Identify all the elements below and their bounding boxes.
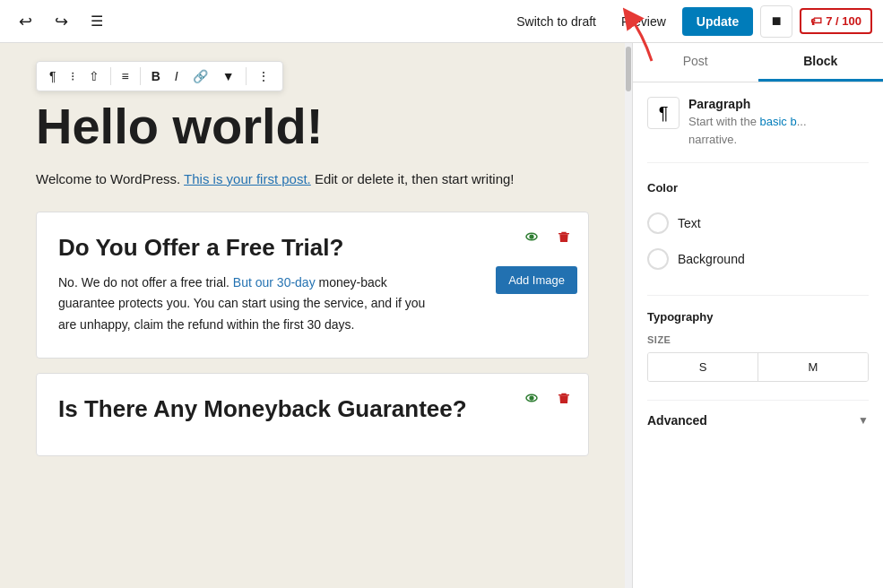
- tab-block[interactable]: Block: [758, 43, 884, 82]
- bold-btn[interactable]: B: [146, 65, 166, 87]
- faq-actions-1: [518, 223, 577, 250]
- publish-icon: 🏷: [810, 14, 822, 28]
- faq-delete-btn-1[interactable]: [550, 223, 577, 250]
- toolbar-divider-1: [110, 67, 111, 85]
- svg-rect-2: [558, 233, 569, 234]
- tab-post[interactable]: Post: [633, 43, 758, 82]
- align-btn[interactable]: ≡: [117, 65, 134, 87]
- add-image-button[interactable]: Add Image: [496, 266, 577, 294]
- settings-button[interactable]: ■: [760, 5, 792, 38]
- faq-actions-2: [518, 385, 577, 411]
- svg-point-4: [530, 396, 533, 400]
- preview-button[interactable]: Preview: [612, 9, 675, 34]
- size-buttons: S M: [647, 352, 869, 382]
- undo-button[interactable]: ↩: [11, 7, 39, 36]
- background-color-circle: [647, 248, 669, 270]
- move-icon-btn[interactable]: ⁝: [65, 65, 80, 87]
- tools-button[interactable]: ☰: [82, 7, 111, 36]
- color-background-option[interactable]: Background: [647, 241, 869, 277]
- publish-count-button[interactable]: 🏷 7 / 100: [800, 8, 872, 34]
- switch-draft-button[interactable]: Switch to draft: [507, 9, 605, 34]
- more-options-btn[interactable]: ▼: [217, 65, 240, 87]
- right-sidebar: Post Block ¶ Paragraph Start with the ba…: [632, 43, 883, 588]
- link-btn[interactable]: 🔗: [187, 65, 213, 87]
- up-down-btn[interactable]: ⇧: [83, 65, 105, 87]
- scrollbar[interactable]: [625, 43, 632, 588]
- faq-body-1[interactable]: No. We do not offer a free trial. But ou…: [58, 272, 435, 336]
- size-label: SIZE: [647, 334, 869, 345]
- advanced-chevron-icon: ▼: [858, 414, 869, 427]
- block-description: Paragraph Start with the basic b...narra…: [688, 97, 807, 148]
- paragraph-icon-btn[interactable]: ¶: [44, 65, 62, 87]
- color-text-option[interactable]: Text: [647, 205, 869, 241]
- sidebar-tabs: Post Block: [633, 43, 883, 82]
- faq-eye-btn-1[interactable]: [518, 223, 545, 250]
- background-color-label: Background: [678, 252, 745, 266]
- toolbar-left: ↩ ↪ ☰: [11, 7, 111, 36]
- options-btn[interactable]: ⋮: [252, 65, 275, 87]
- faq-link-1: But our 30-day: [233, 275, 316, 290]
- typography-section: Typography SIZE S M: [647, 295, 869, 382]
- block-desc-link: basic b: [759, 115, 796, 128]
- size-m-btn[interactable]: M: [758, 353, 868, 381]
- sidebar-content: ¶ Paragraph Start with the basic b...nar…: [633, 82, 883, 442]
- svg-point-1: [530, 235, 533, 238]
- italic-btn[interactable]: I: [169, 65, 184, 87]
- size-s-btn[interactable]: S: [648, 353, 758, 381]
- text-color-circle: [647, 212, 669, 234]
- advanced-label: Advanced: [647, 413, 707, 428]
- block-desc-text: Start with the basic b...narrative.: [688, 113, 807, 148]
- color-section: Color Text Background: [647, 181, 869, 277]
- post-intro[interactable]: Welcome to WordPress. This is your first…: [36, 169, 589, 190]
- advanced-toggle-btn[interactable]: Advanced ▼: [647, 413, 869, 428]
- block-icon: ¶: [647, 97, 680, 129]
- typography-label: Typography: [647, 310, 869, 324]
- intro-link-1: This is your first post.: [184, 171, 311, 186]
- scroll-thumb: [626, 47, 631, 91]
- toolbar-divider-3: [246, 67, 247, 85]
- color-label: Color: [647, 181, 869, 195]
- advanced-section: Advanced ▼: [647, 400, 869, 428]
- publish-count: 7 / 100: [826, 14, 861, 28]
- faq-block-1: Do You Offer a Free Trial? No. We do not…: [36, 212, 589, 359]
- toolbar-right: Switch to draft Preview Update ■ 🏷 7 / 1…: [507, 5, 872, 38]
- faq-eye-btn-2[interactable]: [518, 385, 545, 411]
- block-name: Paragraph: [688, 97, 807, 111]
- top-bar: ↩ ↪ ☰ Switch to draft Preview Update ■ 🏷…: [0, 0, 883, 43]
- faq-heading-2[interactable]: Is There Any Moneyback Guarantee?: [58, 395, 567, 423]
- block-info: ¶ Paragraph Start with the basic b...nar…: [647, 97, 869, 163]
- faq-delete-btn-2[interactable]: [550, 385, 577, 411]
- svg-rect-5: [558, 394, 569, 395]
- block-toolbar: ¶ ⁝ ⇧ ≡ B I 🔗 ▼ ⋮: [36, 61, 283, 91]
- editor-area: ¶ ⁝ ⇧ ≡ B I 🔗 ▼ ⋮ Hello world! Welcome t…: [0, 43, 625, 588]
- faq-heading-1[interactable]: Do You Offer a Free Trial?: [58, 234, 567, 262]
- main-layout: ¶ ⁝ ⇧ ≡ B I 🔗 ▼ ⋮ Hello world! Welcome t…: [0, 43, 883, 588]
- faq-block-2: Is There Any Moneyback Guarantee?: [36, 373, 589, 456]
- post-title[interactable]: Hello world!: [36, 99, 589, 154]
- redo-button[interactable]: ↪: [47, 7, 75, 36]
- update-button[interactable]: Update: [682, 7, 753, 36]
- text-color-label: Text: [678, 216, 701, 230]
- toolbar-divider-2: [140, 67, 141, 85]
